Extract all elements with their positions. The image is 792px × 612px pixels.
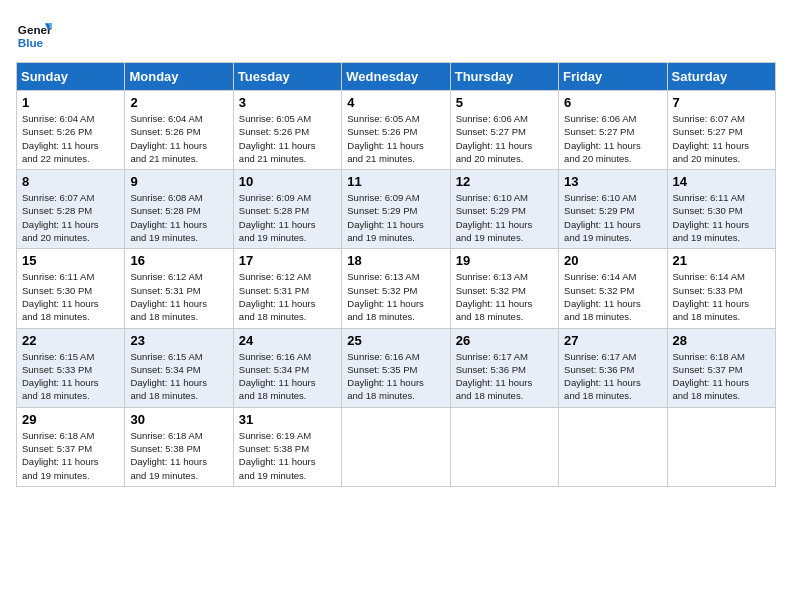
- day-number-24: 24: [239, 333, 336, 348]
- page-header: General Blue: [16, 16, 776, 52]
- weekday-header-thursday: Thursday: [450, 63, 558, 91]
- day-number-25: 25: [347, 333, 444, 348]
- day-cell-20: 20Sunrise: 6:14 AM Sunset: 5:32 PM Dayli…: [559, 249, 667, 328]
- day-cell-5: 5Sunrise: 6:06 AM Sunset: 5:27 PM Daylig…: [450, 91, 558, 170]
- day-info-9: Sunrise: 6:08 AM Sunset: 5:28 PM Dayligh…: [130, 191, 227, 244]
- day-info-30: Sunrise: 6:18 AM Sunset: 5:38 PM Dayligh…: [130, 429, 227, 482]
- day-info-29: Sunrise: 6:18 AM Sunset: 5:37 PM Dayligh…: [22, 429, 119, 482]
- weekday-header-tuesday: Tuesday: [233, 63, 341, 91]
- calendar-table: SundayMondayTuesdayWednesdayThursdayFrid…: [16, 62, 776, 487]
- day-info-6: Sunrise: 6:06 AM Sunset: 5:27 PM Dayligh…: [564, 112, 661, 165]
- weekday-header-row: SundayMondayTuesdayWednesdayThursdayFrid…: [17, 63, 776, 91]
- day-info-31: Sunrise: 6:19 AM Sunset: 5:38 PM Dayligh…: [239, 429, 336, 482]
- day-cell-26: 26Sunrise: 6:17 AM Sunset: 5:36 PM Dayli…: [450, 328, 558, 407]
- day-info-5: Sunrise: 6:06 AM Sunset: 5:27 PM Dayligh…: [456, 112, 553, 165]
- day-number-21: 21: [673, 253, 770, 268]
- day-number-15: 15: [22, 253, 119, 268]
- weekday-header-saturday: Saturday: [667, 63, 775, 91]
- day-info-25: Sunrise: 6:16 AM Sunset: 5:35 PM Dayligh…: [347, 350, 444, 403]
- day-number-3: 3: [239, 95, 336, 110]
- week-row-3: 15Sunrise: 6:11 AM Sunset: 5:30 PM Dayli…: [17, 249, 776, 328]
- day-cell-6: 6Sunrise: 6:06 AM Sunset: 5:27 PM Daylig…: [559, 91, 667, 170]
- day-info-22: Sunrise: 6:15 AM Sunset: 5:33 PM Dayligh…: [22, 350, 119, 403]
- day-cell-12: 12Sunrise: 6:10 AM Sunset: 5:29 PM Dayli…: [450, 170, 558, 249]
- day-cell-24: 24Sunrise: 6:16 AM Sunset: 5:34 PM Dayli…: [233, 328, 341, 407]
- day-number-26: 26: [456, 333, 553, 348]
- empty-cell: [667, 407, 775, 486]
- weekday-header-friday: Friday: [559, 63, 667, 91]
- day-info-20: Sunrise: 6:14 AM Sunset: 5:32 PM Dayligh…: [564, 270, 661, 323]
- day-info-19: Sunrise: 6:13 AM Sunset: 5:32 PM Dayligh…: [456, 270, 553, 323]
- day-info-10: Sunrise: 6:09 AM Sunset: 5:28 PM Dayligh…: [239, 191, 336, 244]
- day-cell-27: 27Sunrise: 6:17 AM Sunset: 5:36 PM Dayli…: [559, 328, 667, 407]
- weekday-header-monday: Monday: [125, 63, 233, 91]
- day-cell-11: 11Sunrise: 6:09 AM Sunset: 5:29 PM Dayli…: [342, 170, 450, 249]
- day-info-13: Sunrise: 6:10 AM Sunset: 5:29 PM Dayligh…: [564, 191, 661, 244]
- day-info-26: Sunrise: 6:17 AM Sunset: 5:36 PM Dayligh…: [456, 350, 553, 403]
- day-number-6: 6: [564, 95, 661, 110]
- day-cell-30: 30Sunrise: 6:18 AM Sunset: 5:38 PM Dayli…: [125, 407, 233, 486]
- day-cell-15: 15Sunrise: 6:11 AM Sunset: 5:30 PM Dayli…: [17, 249, 125, 328]
- day-number-10: 10: [239, 174, 336, 189]
- day-number-1: 1: [22, 95, 119, 110]
- day-info-1: Sunrise: 6:04 AM Sunset: 5:26 PM Dayligh…: [22, 112, 119, 165]
- day-number-27: 27: [564, 333, 661, 348]
- day-number-29: 29: [22, 412, 119, 427]
- weekday-header-sunday: Sunday: [17, 63, 125, 91]
- general-blue-logo-icon: General Blue: [16, 16, 52, 52]
- day-number-11: 11: [347, 174, 444, 189]
- day-number-9: 9: [130, 174, 227, 189]
- day-info-28: Sunrise: 6:18 AM Sunset: 5:37 PM Dayligh…: [673, 350, 770, 403]
- day-number-23: 23: [130, 333, 227, 348]
- day-number-14: 14: [673, 174, 770, 189]
- day-number-5: 5: [456, 95, 553, 110]
- day-number-4: 4: [347, 95, 444, 110]
- day-cell-8: 8Sunrise: 6:07 AM Sunset: 5:28 PM Daylig…: [17, 170, 125, 249]
- day-cell-14: 14Sunrise: 6:11 AM Sunset: 5:30 PM Dayli…: [667, 170, 775, 249]
- day-info-12: Sunrise: 6:10 AM Sunset: 5:29 PM Dayligh…: [456, 191, 553, 244]
- day-info-11: Sunrise: 6:09 AM Sunset: 5:29 PM Dayligh…: [347, 191, 444, 244]
- weekday-header-wednesday: Wednesday: [342, 63, 450, 91]
- day-number-2: 2: [130, 95, 227, 110]
- week-row-4: 22Sunrise: 6:15 AM Sunset: 5:33 PM Dayli…: [17, 328, 776, 407]
- week-row-1: 1Sunrise: 6:04 AM Sunset: 5:26 PM Daylig…: [17, 91, 776, 170]
- day-cell-7: 7Sunrise: 6:07 AM Sunset: 5:27 PM Daylig…: [667, 91, 775, 170]
- day-info-15: Sunrise: 6:11 AM Sunset: 5:30 PM Dayligh…: [22, 270, 119, 323]
- day-info-16: Sunrise: 6:12 AM Sunset: 5:31 PM Dayligh…: [130, 270, 227, 323]
- day-number-31: 31: [239, 412, 336, 427]
- day-number-18: 18: [347, 253, 444, 268]
- day-cell-17: 17Sunrise: 6:12 AM Sunset: 5:31 PM Dayli…: [233, 249, 341, 328]
- day-cell-2: 2Sunrise: 6:04 AM Sunset: 5:26 PM Daylig…: [125, 91, 233, 170]
- day-info-2: Sunrise: 6:04 AM Sunset: 5:26 PM Dayligh…: [130, 112, 227, 165]
- day-cell-31: 31Sunrise: 6:19 AM Sunset: 5:38 PM Dayli…: [233, 407, 341, 486]
- day-cell-22: 22Sunrise: 6:15 AM Sunset: 5:33 PM Dayli…: [17, 328, 125, 407]
- day-info-14: Sunrise: 6:11 AM Sunset: 5:30 PM Dayligh…: [673, 191, 770, 244]
- day-number-13: 13: [564, 174, 661, 189]
- day-info-4: Sunrise: 6:05 AM Sunset: 5:26 PM Dayligh…: [347, 112, 444, 165]
- day-info-18: Sunrise: 6:13 AM Sunset: 5:32 PM Dayligh…: [347, 270, 444, 323]
- day-cell-10: 10Sunrise: 6:09 AM Sunset: 5:28 PM Dayli…: [233, 170, 341, 249]
- logo: General Blue: [16, 16, 58, 52]
- day-cell-13: 13Sunrise: 6:10 AM Sunset: 5:29 PM Dayli…: [559, 170, 667, 249]
- day-info-8: Sunrise: 6:07 AM Sunset: 5:28 PM Dayligh…: [22, 191, 119, 244]
- svg-text:Blue: Blue: [18, 36, 44, 49]
- day-cell-1: 1Sunrise: 6:04 AM Sunset: 5:26 PM Daylig…: [17, 91, 125, 170]
- day-info-21: Sunrise: 6:14 AM Sunset: 5:33 PM Dayligh…: [673, 270, 770, 323]
- day-number-16: 16: [130, 253, 227, 268]
- day-number-28: 28: [673, 333, 770, 348]
- day-info-27: Sunrise: 6:17 AM Sunset: 5:36 PM Dayligh…: [564, 350, 661, 403]
- day-cell-23: 23Sunrise: 6:15 AM Sunset: 5:34 PM Dayli…: [125, 328, 233, 407]
- day-info-17: Sunrise: 6:12 AM Sunset: 5:31 PM Dayligh…: [239, 270, 336, 323]
- day-cell-29: 29Sunrise: 6:18 AM Sunset: 5:37 PM Dayli…: [17, 407, 125, 486]
- empty-cell: [559, 407, 667, 486]
- day-info-23: Sunrise: 6:15 AM Sunset: 5:34 PM Dayligh…: [130, 350, 227, 403]
- day-cell-16: 16Sunrise: 6:12 AM Sunset: 5:31 PM Dayli…: [125, 249, 233, 328]
- day-number-8: 8: [22, 174, 119, 189]
- empty-cell: [342, 407, 450, 486]
- day-cell-3: 3Sunrise: 6:05 AM Sunset: 5:26 PM Daylig…: [233, 91, 341, 170]
- day-number-20: 20: [564, 253, 661, 268]
- day-info-7: Sunrise: 6:07 AM Sunset: 5:27 PM Dayligh…: [673, 112, 770, 165]
- day-cell-4: 4Sunrise: 6:05 AM Sunset: 5:26 PM Daylig…: [342, 91, 450, 170]
- empty-cell: [450, 407, 558, 486]
- day-cell-21: 21Sunrise: 6:14 AM Sunset: 5:33 PM Dayli…: [667, 249, 775, 328]
